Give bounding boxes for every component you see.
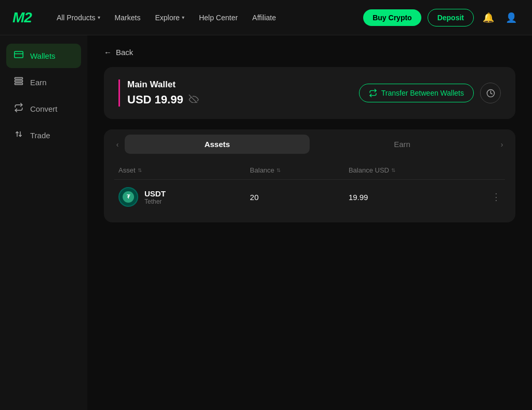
sidebar-item-wallets[interactable]: Wallets <box>6 44 81 68</box>
wallet-actions: Transfer Between Wallets <box>359 83 501 103</box>
buy-crypto-button[interactable]: Buy Crypto <box>363 9 421 26</box>
sort-balance-usd-icon[interactable]: ⇅ <box>391 167 395 173</box>
asset-text: USDT Tether <box>144 189 166 205</box>
sidebar-item-trade[interactable]: Trade <box>6 123 81 148</box>
sidebar-item-earn[interactable]: Earn <box>6 70 81 95</box>
tab-next-arrow[interactable]: › <box>495 137 509 152</box>
convert-icon <box>14 103 24 115</box>
svg-rect-2 <box>15 77 23 79</box>
svg-rect-4 <box>15 83 23 85</box>
tabs-header: ‹ Assets Earn › <box>104 129 515 159</box>
tab-assets[interactable]: Assets <box>125 135 310 154</box>
transfer-button[interactable]: Transfer Between Wallets <box>359 84 474 102</box>
chevron-down-icon: ▾ <box>182 15 184 20</box>
nav-all-products[interactable]: All Products ▾ <box>50 9 107 26</box>
main-nav: All Products ▾ Markets Explore ▾ Help Ce… <box>50 9 363 26</box>
tab-earn[interactable]: Earn <box>310 135 495 154</box>
col-header-balance: Balance ⇅ <box>250 166 349 174</box>
sidebar-item-wallets-label: Wallets <box>30 51 56 60</box>
table-section: Asset ⇅ Balance ⇅ Balance USD ⇅ <box>104 159 515 222</box>
tabs-container: ‹ Assets Earn › Asset ⇅ Balance ⇅ <box>104 129 515 222</box>
row-menu-button[interactable]: ⋮ <box>480 191 501 203</box>
svg-text:₮: ₮ <box>127 194 130 200</box>
main-content: ← Back Main Wallet USD 19.99 <box>87 35 532 410</box>
notifications-icon[interactable]: 🔔 <box>480 9 497 26</box>
sidebar-item-trade-label: Trade <box>30 131 50 140</box>
table-row: ₮ USDT Tether 20 19.99 ⋮ <box>114 180 505 214</box>
user-icon[interactable]: 👤 <box>503 9 520 26</box>
earn-icon <box>14 76 24 88</box>
sidebar-item-earn-label: Earn <box>30 78 47 87</box>
chevron-down-icon: ▾ <box>98 15 100 20</box>
nav-explore[interactable]: Explore ▾ <box>149 9 190 26</box>
sort-balance-icon[interactable]: ⇅ <box>276 167 281 173</box>
nav-affiliate[interactable]: Affiliate <box>246 9 283 26</box>
svg-rect-0 <box>15 51 23 58</box>
balance-value: 20 <box>250 193 349 202</box>
sidebar-item-convert[interactable]: Convert <box>6 97 81 121</box>
table-header: Asset ⇅ Balance ⇅ Balance USD ⇅ <box>114 159 505 180</box>
tab-prev-arrow[interactable]: ‹ <box>110 137 125 152</box>
nav-help-center[interactable]: Help Center <box>193 9 244 26</box>
hide-balance-icon[interactable] <box>189 95 199 105</box>
app-logo[interactable]: M2 <box>12 9 32 26</box>
svg-rect-3 <box>15 81 23 82</box>
wallets-icon <box>14 50 24 62</box>
sidebar-item-convert-label: Convert <box>30 104 58 113</box>
sidebar: Wallets Earn Convert <box>0 35 87 410</box>
wallet-balance: USD 19.99 <box>127 93 199 107</box>
tabs-list: Assets Earn <box>125 135 495 154</box>
balance-usd-value: 19.99 <box>349 193 480 202</box>
deposit-button[interactable]: Deposit <box>428 9 474 27</box>
back-button[interactable]: ← Back <box>104 48 515 57</box>
wallet-title: Main Wallet <box>127 80 199 90</box>
sort-asset-icon[interactable]: ⇅ <box>138 167 142 173</box>
col-header-balance-usd: Balance USD ⇅ <box>349 166 480 174</box>
wallet-card: Main Wallet USD 19.99 <box>104 67 515 119</box>
col-header-asset: Asset ⇅ <box>118 166 250 174</box>
arrow-left-icon: ← <box>104 48 112 57</box>
asset-logo-usdt: ₮ <box>118 187 138 207</box>
history-button[interactable] <box>480 83 501 103</box>
asset-info: ₮ USDT Tether <box>118 187 250 207</box>
wallet-info: Main Wallet USD 19.99 <box>118 80 199 107</box>
trade-icon <box>14 129 24 141</box>
nav-markets[interactable]: Markets <box>109 9 147 26</box>
header-actions: Buy Crypto Deposit 🔔 👤 <box>363 9 520 27</box>
